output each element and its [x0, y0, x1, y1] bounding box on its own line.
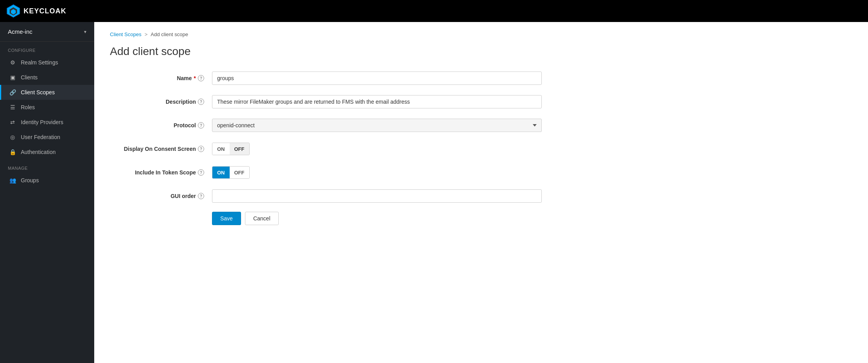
gui-order-input[interactable] — [212, 189, 542, 203]
sidebar-item-label: Identity Providers — [21, 119, 63, 125]
consent-help-icon[interactable]: ? — [198, 146, 204, 152]
name-input[interactable] — [212, 72, 542, 85]
logo-area: KEYCLOAK — [6, 4, 66, 18]
consent-control-area: ON OFF — [212, 143, 542, 155]
sidebar-item-groups[interactable]: 👥 Groups — [0, 173, 94, 188]
sidebar-item-realm-settings[interactable]: ⚙ Realm Settings — [0, 55, 94, 70]
realm-settings-icon: ⚙ — [9, 59, 16, 66]
token-scope-label: Include In Token Scope ? — [110, 169, 212, 176]
realm-selector[interactable]: Acme-inc ▾ — [0, 22, 94, 42]
sidebar-item-label: Realm Settings — [21, 59, 58, 66]
protocol-control-area: openid-connect saml — [212, 119, 542, 132]
consent-on-label: ON — [212, 143, 230, 155]
gui-order-row: GUI order ? — [110, 188, 542, 204]
save-button[interactable]: Save — [212, 212, 241, 225]
sidebar-item-label: Roles — [21, 104, 35, 110]
token-scope-row: Include In Token Scope ? ON OFF — [110, 165, 542, 180]
manage-section-label: Manage — [0, 160, 94, 173]
required-indicator: * — [194, 75, 196, 81]
description-control-area — [212, 95, 542, 108]
description-input[interactable] — [212, 95, 542, 108]
token-scope-control-area: ON OFF — [212, 166, 542, 179]
configure-section-label: Configure — [0, 42, 94, 55]
chevron-down-icon: ▾ — [84, 29, 86, 35]
sidebar-item-identity-providers[interactable]: ⇄ Identity Providers — [0, 115, 94, 130]
realm-name: Acme-inc — [8, 28, 33, 35]
gui-order-label: GUI order ? — [110, 193, 212, 199]
token-scope-on-label: ON — [212, 167, 230, 178]
identity-providers-icon: ⇄ — [9, 119, 16, 126]
description-row: Description ? — [110, 94, 542, 110]
breadcrumb: Client Scopes > Add client scope — [110, 31, 852, 37]
gui-order-control-area — [212, 189, 542, 203]
cancel-button[interactable]: Cancel — [245, 212, 279, 225]
consent-off-label: OFF — [230, 143, 249, 155]
token-scope-help-icon[interactable]: ? — [198, 169, 204, 176]
sidebar-item-client-scopes[interactable]: 🔗 Client Scopes — [0, 85, 94, 100]
name-label: Name * ? — [110, 75, 212, 81]
name-row: Name * ? — [110, 70, 542, 86]
keycloak-logo-icon — [6, 4, 20, 18]
consent-screen-row: Display On Consent Screen ? ON OFF — [110, 141, 542, 157]
logo-text: KEYCLOAK — [24, 7, 66, 15]
content-area: Client Scopes > Add client scope Add cli… — [94, 22, 868, 363]
sidebar-item-label: Groups — [21, 177, 39, 183]
roles-icon: ☰ — [9, 104, 16, 111]
protocol-row: Protocol ? openid-connect saml — [110, 117, 542, 133]
sidebar-item-authentication[interactable]: 🔒 Authentication — [0, 145, 94, 160]
sidebar-item-user-federation[interactable]: ◎ User Federation — [0, 130, 94, 145]
token-scope-off-label: OFF — [230, 167, 249, 178]
sidebar-item-label: User Federation — [21, 134, 60, 140]
gui-order-help-icon[interactable]: ? — [198, 193, 204, 199]
add-client-scope-form: Name * ? Description ? — [110, 70, 542, 225]
protocol-select[interactable]: openid-connect saml — [212, 119, 542, 132]
sidebar-item-label: Clients — [21, 74, 38, 81]
sidebar-item-label: Authentication — [21, 149, 56, 155]
main-layout: Acme-inc ▾ Configure ⚙ Realm Settings ▣ … — [0, 22, 868, 363]
sidebar-item-label: Client Scopes — [21, 89, 55, 95]
consent-toggle-wrap: ON OFF — [212, 143, 542, 155]
breadcrumb-current: Add client scope — [151, 31, 188, 37]
page-title: Add client scope — [110, 45, 852, 58]
groups-icon: 👥 — [9, 177, 16, 184]
sidebar-item-clients[interactable]: ▣ Clients — [0, 70, 94, 85]
sidebar-item-roles[interactable]: ☰ Roles — [0, 100, 94, 115]
sidebar: Acme-inc ▾ Configure ⚙ Realm Settings ▣ … — [0, 22, 94, 363]
description-help-icon[interactable]: ? — [198, 99, 204, 105]
name-help-icon[interactable]: ? — [198, 75, 204, 81]
breadcrumb-link-client-scopes[interactable]: Client Scopes — [110, 31, 141, 37]
token-scope-toggle[interactable]: ON OFF — [212, 166, 250, 179]
breadcrumb-separator: > — [144, 31, 148, 37]
authentication-icon: 🔒 — [9, 148, 16, 156]
token-scope-toggle-wrap: ON OFF — [212, 166, 542, 179]
description-label: Description ? — [110, 99, 212, 105]
user-federation-icon: ◎ — [9, 134, 16, 141]
consent-screen-label: Display On Consent Screen ? — [110, 146, 212, 152]
name-control-area — [212, 72, 542, 85]
form-buttons: Save Cancel — [212, 212, 542, 225]
consent-screen-toggle[interactable]: ON OFF — [212, 143, 250, 155]
clients-icon: ▣ — [9, 74, 16, 81]
top-navbar: KEYCLOAK — [0, 0, 868, 22]
client-scopes-icon: 🔗 — [9, 89, 16, 96]
protocol-help-icon[interactable]: ? — [198, 122, 204, 128]
protocol-label: Protocol ? — [110, 122, 212, 128]
